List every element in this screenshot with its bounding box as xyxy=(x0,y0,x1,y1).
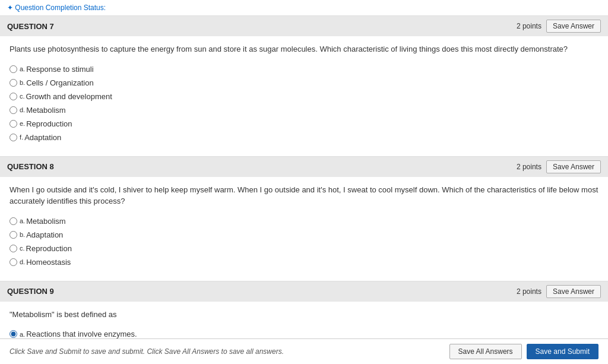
q9-option-a-letter: a. xyxy=(20,331,25,338)
list-item: c. Reproduction xyxy=(10,242,598,255)
question-7-title: QUESTION 7 xyxy=(7,22,54,31)
status-icon: ✦ xyxy=(7,4,13,12)
q8-option-d-radio[interactable] xyxy=(10,258,17,266)
list-item: c. Growth and development xyxy=(10,90,598,103)
list-item: b. Adaptation xyxy=(10,228,598,242)
q7-option-b-text: Cells / Organization xyxy=(26,78,93,87)
question-7-options: a. Response to stimuli b. Cells / Organi… xyxy=(10,62,598,144)
question-9-header-right: 2 points Save Answer xyxy=(517,285,601,298)
question-9-header: QUESTION 9 2 points Save Answer xyxy=(0,281,608,302)
question-8-header: QUESTION 8 2 points Save Answer xyxy=(0,157,608,177)
question-8-text: When I go outside and it's cold, I shive… xyxy=(10,184,598,207)
q7-option-d-radio[interactable] xyxy=(10,106,17,114)
question-7-text: Plants use photosynthesis to capture the… xyxy=(10,43,598,55)
question-8-header-right: 2 points Save Answer xyxy=(517,160,601,173)
q7-option-f-radio[interactable] xyxy=(10,134,17,141)
question-8-block: QUESTION 8 2 points Save Answer When I g… xyxy=(0,157,608,281)
q8-option-c-text: Reproduction xyxy=(26,244,72,253)
q7-option-f-letter: f. xyxy=(20,134,23,141)
question-7-header-right: 2 points Save Answer xyxy=(517,20,601,33)
q7-option-d-letter: d. xyxy=(20,106,25,113)
q7-option-e-radio[interactable] xyxy=(10,120,17,128)
q8-option-b-text: Adaptation xyxy=(26,230,63,239)
list-item: b. Cells / Organization xyxy=(10,76,598,90)
q7-option-f-text: Adaptation xyxy=(24,133,61,142)
q8-option-c-radio[interactable] xyxy=(10,245,17,252)
q8-option-a-letter: a. xyxy=(20,217,25,224)
question-9-save-button[interactable]: Save Answer xyxy=(546,285,601,298)
q7-option-c-radio[interactable] xyxy=(10,93,17,100)
q8-option-d-letter: d. xyxy=(20,258,25,265)
question-8-title: QUESTION 8 xyxy=(7,162,54,171)
q8-option-a-text: Metabolism xyxy=(26,217,65,226)
q7-option-e-text: Reproduction xyxy=(26,119,72,128)
q8-option-b-letter: b. xyxy=(20,231,25,238)
q7-option-b-letter: b. xyxy=(20,79,25,86)
q7-option-c-text: Growth and development xyxy=(26,92,112,101)
question-7-block: QUESTION 7 2 points Save Answer Plants u… xyxy=(0,16,608,157)
question-7-save-button[interactable]: Save Answer xyxy=(546,20,601,33)
q7-option-e-letter: e. xyxy=(20,120,25,127)
question-9-points: 2 points xyxy=(517,287,542,296)
q7-option-a-letter: a. xyxy=(20,65,25,72)
save-and-submit-button[interactable]: Save and Submit xyxy=(527,344,598,359)
list-item: d. Homeostasis xyxy=(10,255,598,269)
footer-instruction: Click Save and Submit to save and submit… xyxy=(10,347,284,356)
q8-option-c-letter: c. xyxy=(20,245,25,252)
q7-option-b-radio[interactable] xyxy=(10,79,17,87)
question-8-points: 2 points xyxy=(517,163,542,171)
question-7-points: 2 points xyxy=(517,22,542,30)
q7-option-a-text: Response to stimuli xyxy=(26,65,93,74)
list-item: d. Metabolism xyxy=(10,103,598,117)
question-8-save-button[interactable]: Save Answer xyxy=(546,160,601,173)
list-item: e. Reproduction xyxy=(10,117,598,131)
q9-option-a-radio[interactable] xyxy=(10,330,17,338)
list-item: a. Response to stimuli xyxy=(10,62,598,76)
q7-option-a-radio[interactable] xyxy=(10,65,17,73)
footer-buttons: Save All Answers Save and Submit xyxy=(449,344,598,359)
q8-option-a-radio[interactable] xyxy=(10,217,17,225)
question-9-title: QUESTION 9 xyxy=(7,287,54,296)
list-item: a. Metabolism xyxy=(10,214,598,228)
q8-option-d-text: Homeostasis xyxy=(26,258,71,267)
status-bar: ✦ Question Completion Status: xyxy=(0,0,608,16)
question-8-options: a. Metabolism b. Adaptation c. Reproduct… xyxy=(10,214,598,269)
question-9-text: "Metabolism" is best defined as xyxy=(10,309,598,321)
q9-option-a-text: Reactions that involve enzymes. xyxy=(26,330,137,338)
q7-option-d-text: Metabolism xyxy=(26,106,65,115)
status-label: Question Completion Status: xyxy=(15,4,106,12)
question-7-header: QUESTION 7 2 points Save Answer xyxy=(0,16,608,36)
q7-option-c-letter: c. xyxy=(20,93,25,100)
footer-bar: Click Save and Submit to save and submit… xyxy=(0,338,608,364)
list-item: f. Adaptation xyxy=(10,131,598,144)
q8-option-b-radio[interactable] xyxy=(10,231,17,239)
save-all-answers-button[interactable]: Save All Answers xyxy=(449,344,522,359)
